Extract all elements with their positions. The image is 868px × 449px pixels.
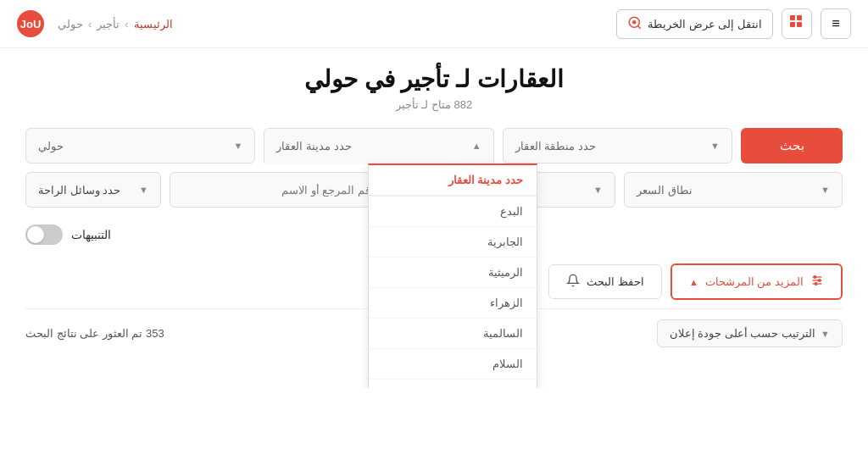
breadcrumb-sep2: › [88, 18, 92, 30]
svg-rect-1 [797, 15, 802, 20]
dropdown-item-4[interactable]: السالمية [369, 319, 537, 349]
breadcrumb-home[interactable]: الرئيسية [134, 18, 173, 30]
toggle-knob [27, 226, 44, 243]
city-dropdown[interactable]: ▲ حدد مدينة العقار [264, 128, 493, 164]
price-dropdown[interactable]: ▼ نطاق السعر [624, 172, 843, 208]
breadcrumb-rent[interactable]: تأجير [97, 18, 120, 30]
amenities-dropdown[interactable]: ▼ حدد وسائل الراحة [25, 172, 161, 208]
more-filters-icon [810, 274, 824, 290]
save-search-label: احفظ البحث [587, 275, 644, 288]
city-value-label: حولي [38, 140, 64, 152]
dropdown-item-5[interactable]: السلام [369, 349, 537, 380]
dropdown-item-2[interactable]: الرميثية [369, 258, 537, 288]
breadcrumb-location[interactable]: حولي [58, 18, 83, 30]
nav-left: ≡ انتقل إلى عرض الخريطة [616, 8, 851, 39]
main-content: العقارات لـ تأجير في حولي 882 متاح لـ تأ… [0, 48, 868, 388]
dropdown-item-6[interactable]: الشعب [369, 380, 537, 388]
amenities-chevron-icon: ▼ [139, 185, 148, 195]
dropdown-header[interactable]: حدد مدينة العقار [369, 165, 537, 197]
svg-line-5 [638, 25, 641, 28]
dropdown-item-3[interactable]: الزهراء [369, 288, 537, 319]
svg-point-6 [632, 20, 637, 25]
page-title: العقارات لـ تأجير في حولي [25, 65, 843, 93]
user-initials: JoU [20, 18, 42, 30]
area-label: حدد منطقة العقار [515, 140, 596, 152]
list-icon: ≡ [832, 16, 839, 31]
reference-input[interactable] [170, 172, 388, 208]
more-filters-chevron: ▲ [689, 277, 698, 287]
sort-label: الترتيب حسب أعلى جودة إعلان [670, 327, 815, 340]
page-title-section: العقارات لـ تأجير في حولي 882 متاح لـ تأ… [25, 65, 843, 111]
svg-rect-0 [790, 15, 795, 20]
list-view-button[interactable]: ≡ [821, 8, 851, 39]
svg-point-10 [814, 276, 816, 279]
user-avatar[interactable]: JoU [17, 10, 44, 37]
price-chevron-icon: ▼ [821, 185, 830, 195]
svg-point-12 [815, 283, 817, 285]
map-label: انتقل إلى عرض الخريطة [648, 18, 762, 30]
city-value-chevron-icon: ▼ [233, 141, 242, 151]
sort-dropdown[interactable]: ▼ الترتيب حسب أعلى جودة إعلان [657, 319, 843, 347]
filters-row-1: بحث ▼ حدد منطقة العقار ▲ حدد مدينة العقا… [25, 128, 843, 164]
search-button[interactable]: بحث [741, 128, 843, 164]
grid-icon [790, 15, 804, 32]
svg-rect-3 [797, 22, 802, 27]
city-label: حدد مدينة العقار [276, 140, 351, 152]
city-dropdown-panel: حدد مدينة العقار البدع الجابرية الرميثية… [368, 164, 537, 388]
map-view-button[interactable]: انتقل إلى عرض الخريطة [616, 9, 773, 39]
nav-right: الرئيسية › تأجير › حولي JoU [17, 10, 173, 37]
subtype-chevron-icon: ▼ [593, 185, 603, 195]
breadcrumb-sep1: › [125, 18, 128, 30]
notifications-toggle[interactable] [25, 224, 63, 245]
dropdown-item-0[interactable]: البدع [369, 197, 537, 227]
notifications-label: التنبيهات [71, 228, 111, 241]
grid-view-button[interactable] [782, 8, 812, 39]
more-filters-label: المزيد من المرشحات [705, 275, 804, 288]
city-value-dropdown[interactable]: ▼ حولي [25, 128, 255, 164]
dropdown-item-1[interactable]: الجابرية [369, 227, 537, 258]
svg-rect-2 [790, 22, 795, 27]
more-filters-button[interactable]: المزيد من المرشحات ▲ [670, 263, 843, 300]
bell-icon [566, 274, 580, 290]
svg-point-11 [818, 280, 821, 282]
price-label: نطاق السعر [637, 184, 693, 197]
amenities-label: حدد وسائل الراحة [38, 184, 120, 197]
area-dropdown[interactable]: ▼ حدد منطقة العقار [503, 128, 732, 164]
sort-chevron-icon: ▼ [821, 329, 830, 339]
top-navigation: ≡ انتقل إلى عرض الخريطة [0, 0, 868, 48]
area-chevron-icon: ▼ [710, 141, 720, 151]
filters-container: بحث ▼ حدد منطقة العقار ▲ حدد مدينة العقا… [25, 128, 843, 358]
breadcrumb: الرئيسية › تأجير › حولي [58, 18, 173, 30]
results-count: 353 تم العثور على نتائج البحث [25, 327, 164, 340]
map-icon [627, 15, 643, 33]
city-chevron-icon: ▲ [472, 141, 481, 151]
search-button-label: بحث [780, 138, 804, 152]
save-search-button[interactable]: احفظ البحث [548, 264, 662, 299]
page-subtitle: 882 متاح لـ تأجير [25, 98, 843, 111]
